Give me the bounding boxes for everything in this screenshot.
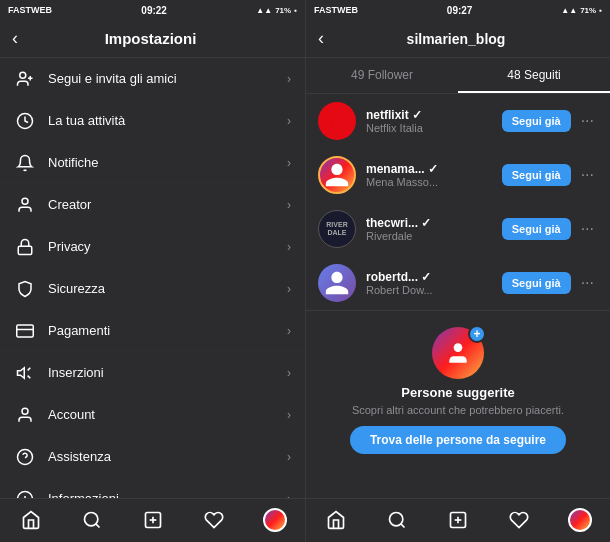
right-panel: FASTWEB 09:27 ▲▲ 71% ▪ ‹ silmarien_blog … — [305, 0, 610, 542]
suggested-section: + Persone suggerite Scopri altri account… — [306, 310, 610, 462]
avatar: N — [318, 102, 356, 140]
settings-label-segui: Segui e invita gli amici — [48, 71, 287, 86]
tab-seguiti[interactable]: 48 Seguiti — [458, 58, 610, 93]
svg-rect-6 — [17, 325, 34, 337]
settings-item-sicurezza[interactable]: Sicurezza › — [0, 268, 305, 310]
left-nav-heart[interactable] — [192, 502, 236, 538]
user-name: thecwri... ✓ — [366, 216, 502, 230]
list-item[interactable]: N netflixit ✓ Netflix Italia Segui già ·… — [306, 94, 610, 148]
settings-item-account[interactable]: Account › — [0, 394, 305, 436]
right-time: 09:27 — [447, 5, 473, 16]
svg-line-24 — [401, 523, 405, 527]
left-header-title: Impostazioni — [26, 30, 275, 47]
right-back-button[interactable]: ‹ — [318, 28, 324, 49]
left-bottom-nav — [0, 498, 305, 542]
svg-point-22 — [454, 343, 463, 352]
tabs-container: 49 Follower 48 Seguiti — [306, 58, 610, 94]
right-carrier: FASTWEB — [314, 5, 358, 15]
person-add-icon — [14, 68, 36, 90]
chevron-privacy: › — [287, 240, 291, 254]
svg-line-9 — [28, 367, 31, 370]
list-item[interactable]: RIVERDALE thecwri... ✓ Riverdale Segui g… — [306, 202, 610, 256]
settings-item-notifiche[interactable]: Notifiche › — [0, 142, 305, 184]
more-button[interactable]: ··· — [577, 220, 598, 238]
account-icon — [14, 404, 36, 426]
list-item[interactable]: menama... ✓ Mena Masso... Segui già ··· — [306, 148, 610, 202]
right-battery: ▲▲ 71% ▪ — [561, 6, 602, 15]
avatar — [318, 156, 356, 194]
list-item[interactable]: robertd... ✓ Robert Dow... Segui già ··· — [306, 256, 610, 310]
chevron-attivita: › — [287, 114, 291, 128]
left-panel: FASTWEB 09:22 ▲▲ 71% ▪ ‹ Impostazioni Se… — [0, 0, 305, 542]
chevron-assistenza: › — [287, 450, 291, 464]
more-button[interactable]: ··· — [577, 166, 598, 184]
settings-item-creator[interactable]: Creator › — [0, 184, 305, 226]
left-nav-search[interactable] — [70, 502, 114, 538]
suggested-icon: + — [432, 327, 484, 379]
find-people-button[interactable]: Trova delle persone da seguire — [350, 426, 566, 454]
right-nav-heart[interactable] — [497, 502, 541, 538]
left-time: 09:22 — [141, 5, 167, 16]
right-status-bar: FASTWEB 09:27 ▲▲ 71% ▪ — [306, 0, 610, 20]
right-nav-profile[interactable] — [558, 502, 602, 538]
right-nav-search[interactable] — [375, 502, 419, 538]
info-icon — [14, 488, 36, 499]
user-info: robertd... ✓ Robert Dow... — [366, 270, 502, 296]
megaphone-icon — [14, 362, 36, 384]
settings-item-assistenza[interactable]: Assistenza › — [0, 436, 305, 478]
settings-label-privacy: Privacy — [48, 239, 287, 254]
svg-line-10 — [28, 375, 31, 378]
left-back-button[interactable]: ‹ — [12, 28, 18, 49]
user-name: netflixit ✓ — [366, 108, 502, 122]
left-nav-profile[interactable] — [253, 502, 297, 538]
more-button[interactable]: ··· — [577, 274, 598, 292]
user-list: N netflixit ✓ Netflix Italia Segui già ·… — [306, 94, 610, 498]
avatar: RIVERDALE — [318, 210, 356, 248]
follow-button[interactable]: Segui già — [502, 164, 571, 186]
svg-line-18 — [95, 523, 99, 527]
svg-point-11 — [22, 408, 28, 414]
settings-label-pagamenti: Pagamenti — [48, 323, 287, 338]
svg-marker-8 — [18, 367, 25, 378]
more-button[interactable]: ··· — [577, 112, 598, 130]
settings-item-privacy[interactable]: Privacy › — [0, 226, 305, 268]
right-header-title: silmarien_blog — [332, 31, 580, 47]
left-status-bar: FASTWEB 09:22 ▲▲ 71% ▪ — [0, 0, 305, 20]
left-nav-home[interactable] — [9, 502, 53, 538]
suggested-plus-icon: + — [468, 325, 486, 343]
credit-card-icon — [14, 320, 36, 342]
avatar — [318, 264, 356, 302]
user-sub: Robert Dow... — [366, 284, 502, 296]
right-nav-add[interactable] — [436, 502, 480, 538]
suggested-title: Persone suggerite — [401, 385, 514, 400]
riverdale-badge: RIVERDALE — [324, 219, 349, 238]
bell-icon — [14, 152, 36, 174]
right-bottom-nav — [306, 498, 610, 542]
netflix-logo: N — [329, 108, 345, 134]
settings-label-attivita: La tua attività — [48, 113, 287, 128]
chevron-account: › — [287, 408, 291, 422]
user-info: thecwri... ✓ Riverdale — [366, 216, 502, 242]
settings-item-segui[interactable]: Segui e invita gli amici › — [0, 58, 305, 100]
user-info: menama... ✓ Mena Masso... — [366, 162, 502, 188]
settings-label-creator: Creator — [48, 197, 287, 212]
right-nav-home[interactable] — [314, 502, 358, 538]
svg-point-0 — [20, 72, 26, 78]
settings-item-inserzioni[interactable]: Inserzioni › — [0, 352, 305, 394]
svg-point-17 — [84, 512, 97, 525]
chevron-sicurezza: › — [287, 282, 291, 296]
follow-button[interactable]: Segui già — [502, 272, 571, 294]
settings-list: Segui e invita gli amici › La tua attivi… — [0, 58, 305, 498]
left-nav-add[interactable] — [131, 502, 175, 538]
settings-item-pagamenti[interactable]: Pagamenti › — [0, 310, 305, 352]
settings-item-informazioni[interactable]: Informazioni › — [0, 478, 305, 498]
chevron-inserzioni: › — [287, 366, 291, 380]
follow-button[interactable]: Segui già — [502, 218, 571, 240]
creator-icon — [14, 194, 36, 216]
follow-button[interactable]: Segui già — [502, 110, 571, 132]
settings-label-sicurezza: Sicurezza — [48, 281, 287, 296]
settings-label-assistenza: Assistenza — [48, 449, 287, 464]
left-header: ‹ Impostazioni — [0, 20, 305, 58]
settings-item-attivita[interactable]: La tua attività › — [0, 100, 305, 142]
tab-follower[interactable]: 49 Follower — [306, 58, 458, 93]
